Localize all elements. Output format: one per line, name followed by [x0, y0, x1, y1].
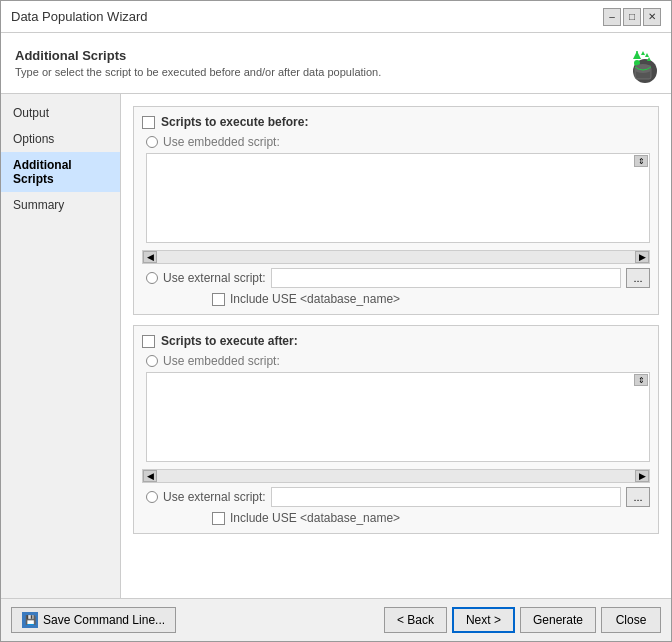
svg-marker-9 [641, 51, 645, 55]
main-content: Scripts to execute before: Use embedded … [121, 94, 671, 598]
title-bar: Data Population Wizard – □ ✕ [1, 1, 671, 33]
external-before-radio[interactable] [146, 272, 158, 284]
external-after-row: Use external script: ... [146, 487, 650, 507]
scrollbar-after-h[interactable]: ◀ ▶ [142, 469, 650, 483]
scroll-after-left-arrow[interactable]: ◀ [143, 470, 157, 482]
include-database-after-label: Include USE <database_name> [230, 511, 400, 525]
close-button[interactable]: ✕ [643, 8, 661, 26]
sidebar-item-additional-scripts[interactable]: Additional Scripts [1, 152, 120, 192]
include-database-after-row: Include USE <database_name> [212, 511, 650, 525]
scripts-before-checkbox[interactable] [142, 116, 155, 129]
content-area: Output Options Additional Scripts Summar… [1, 94, 671, 598]
wizard-icon [617, 43, 657, 83]
external-after-browse-button[interactable]: ... [626, 487, 650, 507]
header-title: Additional Scripts [15, 48, 381, 63]
external-before-browse-button[interactable]: ... [626, 268, 650, 288]
scroll-right-arrow[interactable]: ▶ [635, 251, 649, 263]
external-before-label: Use external script: [163, 271, 266, 285]
window-controls: – □ ✕ [603, 8, 661, 26]
include-database-before-checkbox[interactable] [212, 293, 225, 306]
sidebar: Output Options Additional Scripts Summar… [1, 94, 121, 598]
sidebar-item-options[interactable]: Options [1, 126, 120, 152]
svg-marker-8 [645, 53, 649, 57]
generate-button[interactable]: Generate [520, 607, 596, 633]
embedded-after-textarea-container: ⇕ [146, 372, 650, 465]
header-text: Additional Scripts Type or select the sc… [15, 48, 381, 78]
external-after-radio[interactable] [146, 491, 158, 503]
include-database-before-row: Include USE <database_name> [212, 292, 650, 306]
split-h-after-icon[interactable]: ⇕ [634, 374, 648, 386]
scripts-after-header: Scripts to execute after: [142, 334, 650, 348]
sidebar-item-summary[interactable]: Summary [1, 192, 120, 218]
sidebar-item-output[interactable]: Output [1, 100, 120, 126]
scripts-before-label: Scripts to execute before: [161, 115, 308, 129]
header-description: Type or select the script to be executed… [15, 66, 381, 78]
scripts-before-header: Scripts to execute before: [142, 115, 650, 129]
embedded-before-label: Use embedded script: [163, 135, 280, 149]
window-title: Data Population Wizard [11, 9, 148, 24]
embedded-before-textarea-container: ⇕ [146, 153, 650, 246]
back-button[interactable]: < Back [384, 607, 447, 633]
external-before-input[interactable] [271, 268, 621, 288]
embedded-before-radio-row: Use embedded script: [146, 135, 650, 149]
scripts-before-section: Scripts to execute before: Use embedded … [133, 106, 659, 315]
restore-button[interactable]: □ [623, 8, 641, 26]
external-after-input[interactable] [271, 487, 621, 507]
scripts-after-section: Scripts to execute after: Use embedded s… [133, 325, 659, 534]
header-section: Additional Scripts Type or select the sc… [1, 33, 671, 94]
external-after-label: Use external script: [163, 490, 266, 504]
scripts-after-label: Scripts to execute after: [161, 334, 298, 348]
scroll-left-arrow[interactable]: ◀ [143, 251, 157, 263]
embedded-after-label: Use embedded script: [163, 354, 280, 368]
embedded-after-radio[interactable] [146, 355, 158, 367]
embedded-before-textarea[interactable] [146, 153, 650, 243]
embedded-before-radio[interactable] [146, 136, 158, 148]
embedded-after-textarea[interactable] [146, 372, 650, 462]
split-h-icon[interactable]: ⇕ [634, 155, 648, 167]
minimize-button[interactable]: – [603, 8, 621, 26]
scroll-track [157, 251, 635, 263]
main-window: Data Population Wizard – □ ✕ Additional … [0, 0, 672, 642]
scrollbar-before-h[interactable]: ◀ ▶ [142, 250, 650, 264]
scroll-after-right-arrow[interactable]: ▶ [635, 470, 649, 482]
embedded-after-radio-row: Use embedded script: [146, 354, 650, 368]
footer-right: < Back Next > Generate Close [384, 607, 661, 633]
save-command-line-button[interactable]: 💾 Save Command Line... [11, 607, 176, 633]
external-before-row: Use external script: ... [146, 268, 650, 288]
scripts-after-checkbox[interactable] [142, 335, 155, 348]
footer: 💾 Save Command Line... < Back Next > Gen… [1, 598, 671, 641]
include-database-after-checkbox[interactable] [212, 512, 225, 525]
save-icon: 💾 [22, 612, 38, 628]
scroll-after-track [157, 470, 635, 482]
include-database-before-label: Include USE <database_name> [230, 292, 400, 306]
svg-marker-10 [647, 57, 651, 61]
footer-left: 💾 Save Command Line... [11, 607, 176, 633]
next-button[interactable]: Next > [452, 607, 515, 633]
close-button-footer[interactable]: Close [601, 607, 661, 633]
